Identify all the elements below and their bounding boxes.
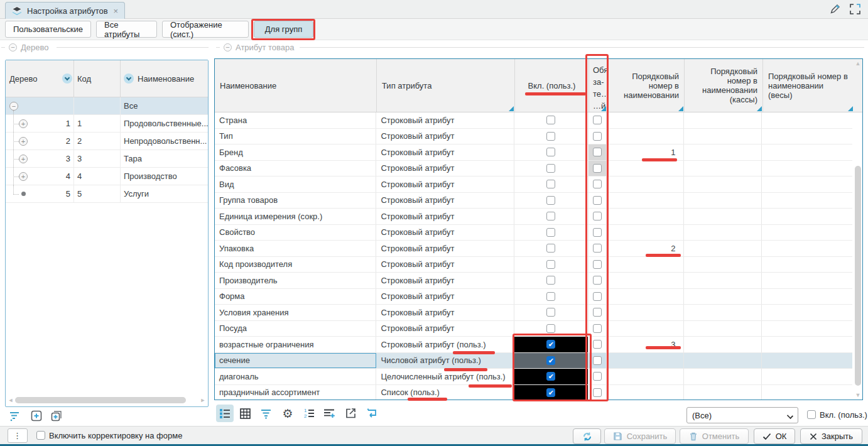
table-row[interactable]: Условия храненияСтроковый атрибут <box>215 305 852 321</box>
col-header-incl[interactable]: Вкл. (польз.) <box>515 59 589 112</box>
required-checkbox[interactable] <box>593 340 602 349</box>
sort-icon[interactable] <box>62 73 72 84</box>
collapse-icon[interactable]: − <box>224 43 232 52</box>
more-menu-button[interactable]: ⋮ <box>8 428 28 443</box>
collapse-icon[interactable]: − <box>9 43 17 52</box>
incl-checkbox[interactable] <box>546 196 555 205</box>
tab-display-system[interactable]: Отображение (сист.) <box>162 21 249 38</box>
table-row[interactable]: ФасовкаСтроковый атрибут <box>215 161 852 177</box>
incl-checkbox[interactable] <box>546 180 555 188</box>
incl-checkbox[interactable] <box>546 244 555 253</box>
table-row[interactable]: Единица измерения (сокр.)Строковый атриб… <box>215 209 852 225</box>
tree-filter-button[interactable] <box>6 407 24 425</box>
tree-row[interactable]: +33Тара <box>6 150 208 168</box>
required-checkbox[interactable] <box>593 116 602 124</box>
expand-node-icon[interactable]: + <box>19 172 28 181</box>
col-header-name[interactable]: Наименование <box>215 59 377 112</box>
name-column-header[interactable]: Наименование <box>121 60 208 97</box>
table-row[interactable]: праздничный ассортиментСписок (польз.)✔ <box>215 385 852 400</box>
scroll-left-icon[interactable]: ◄ <box>8 397 14 403</box>
required-checkbox[interactable] <box>593 196 602 205</box>
incl-checkbox[interactable]: ✔ <box>546 356 555 365</box>
table-row[interactable]: ТипСтроковый атрибут <box>215 129 852 145</box>
incl-checkbox[interactable] <box>546 276 555 285</box>
table-row[interactable]: Код производителяСтроковый атрибут <box>215 257 852 273</box>
table-row[interactable]: Группа товаровСтроковый атрибут <box>215 193 852 209</box>
table-row[interactable]: ФормаСтроковый атрибут <box>215 289 852 305</box>
document-tab[interactable]: Настройка атрибутов × <box>5 2 125 19</box>
scroll-down-icon[interactable]: ▼ <box>855 392 861 398</box>
close-button[interactable]: Закрыть <box>800 428 862 444</box>
refresh-button[interactable] <box>573 428 601 444</box>
expand-node-icon[interactable]: + <box>19 137 28 146</box>
table-row[interactable]: УпаковкаСтроковый атрибут2 <box>215 241 852 257</box>
tree-column-header[interactable]: Дерево <box>6 60 74 97</box>
required-checkbox[interactable] <box>593 180 602 188</box>
tab-all-attributes[interactable]: Все атрибуты <box>96 21 157 38</box>
incl-checkbox[interactable]: ✔ <box>546 388 555 397</box>
incl-checkbox[interactable] <box>546 212 555 220</box>
col-header-type[interactable]: Тип атрибута <box>377 59 515 112</box>
table-row[interactable]: ВидСтроковый атрибут <box>215 177 852 193</box>
col-header-required[interactable]: Обя- за- те… …й <box>589 59 607 112</box>
attributes-vertical-scrollbar[interactable]: ▲ ▼ <box>854 59 862 400</box>
required-checkbox[interactable] <box>593 148 602 156</box>
required-checkbox[interactable] <box>593 308 602 317</box>
required-checkbox[interactable] <box>593 228 602 237</box>
grid-view-button[interactable] <box>236 405 254 422</box>
col-header-ordinal-pos[interactable]: Порядковый номер в наименовании (кассы) <box>685 59 763 112</box>
scroll-up-icon[interactable]: ▲ <box>855 60 861 67</box>
table-row[interactable]: диагональЦелочисленный атрибут (польз.)✔ <box>215 369 852 385</box>
table-row[interactable]: ПосудаСтроковый атрибут <box>215 321 852 337</box>
required-checkbox[interactable] <box>593 164 602 173</box>
incl-checkbox[interactable] <box>546 260 555 269</box>
required-checkbox[interactable] <box>593 292 602 301</box>
reload-button[interactable] <box>363 405 381 422</box>
col-header-ordinal-name[interactable]: Порядковый номер в наименовании <box>607 59 685 112</box>
table-row[interactable]: СтранаСтроковый атрибут <box>215 112 852 129</box>
cancel-button[interactable]: Отменить <box>680 428 749 444</box>
expand-node-icon[interactable]: + <box>19 155 28 163</box>
required-checkbox[interactable] <box>593 388 602 397</box>
incl-checkbox[interactable] <box>546 116 555 124</box>
save-button[interactable]: Сохранить <box>604 428 676 444</box>
required-checkbox[interactable] <box>593 276 602 285</box>
filter-dropdown[interactable]: (Все) <box>686 407 798 423</box>
scroll-right-icon[interactable]: ► <box>200 397 206 403</box>
table-row[interactable]: СвойствоСтроковый атрибут <box>215 225 852 241</box>
col-header-ordinal-scales[interactable]: Порядковый номер в наименовании (весы) <box>763 59 854 112</box>
required-checkbox[interactable] <box>593 212 602 220</box>
tree-row[interactable]: +44Производство <box>6 168 208 185</box>
required-checkbox[interactable] <box>593 260 602 269</box>
adjust-on-form-checkbox[interactable] <box>36 431 45 440</box>
collapse-node-icon[interactable]: − <box>9 102 18 111</box>
expand-node-icon[interactable]: + <box>19 119 28 128</box>
required-checkbox[interactable] <box>593 356 602 365</box>
code-column-header[interactable]: Код <box>74 60 121 97</box>
table-row[interactable]: БрендСтроковый атрибут1 <box>215 144 852 161</box>
tree-horizontal-scrollbar[interactable]: ◄ ► <box>8 396 206 405</box>
required-checkbox[interactable] <box>593 244 602 253</box>
scrollbar-thumb[interactable] <box>15 397 186 403</box>
tree-row[interactable]: 55Услуги <box>6 185 208 203</box>
incl-user-checkbox[interactable] <box>807 410 816 419</box>
sort-icon[interactable] <box>124 73 134 84</box>
add-multiple-button[interactable] <box>48 407 65 425</box>
add-button[interactable] <box>28 407 45 425</box>
incl-checkbox[interactable]: ✔ <box>546 340 555 349</box>
incl-checkbox[interactable] <box>546 228 555 237</box>
tree-row[interactable]: +22Непродовольственн... <box>6 133 208 150</box>
table-row[interactable]: ПроизводительСтроковый атрибут <box>215 273 852 289</box>
tab-for-groups[interactable]: Для групп <box>254 21 313 38</box>
list-view-button[interactable] <box>216 405 234 422</box>
fullscreen-icon[interactable] <box>850 4 860 14</box>
tree-row[interactable]: +11Продовольственные... <box>6 115 208 133</box>
export-button[interactable] <box>342 405 359 422</box>
required-checkbox[interactable] <box>593 372 602 381</box>
scrollbar-thumb[interactable] <box>855 166 861 386</box>
ok-button[interactable]: ОК <box>754 428 795 444</box>
table-row[interactable]: возрастные ограниченияСтроковый атрибут … <box>215 337 852 353</box>
add-row-button[interactable] <box>320 405 338 422</box>
tab-user-attributes[interactable]: Пользовательские <box>5 21 91 38</box>
incl-checkbox[interactable] <box>546 292 555 301</box>
